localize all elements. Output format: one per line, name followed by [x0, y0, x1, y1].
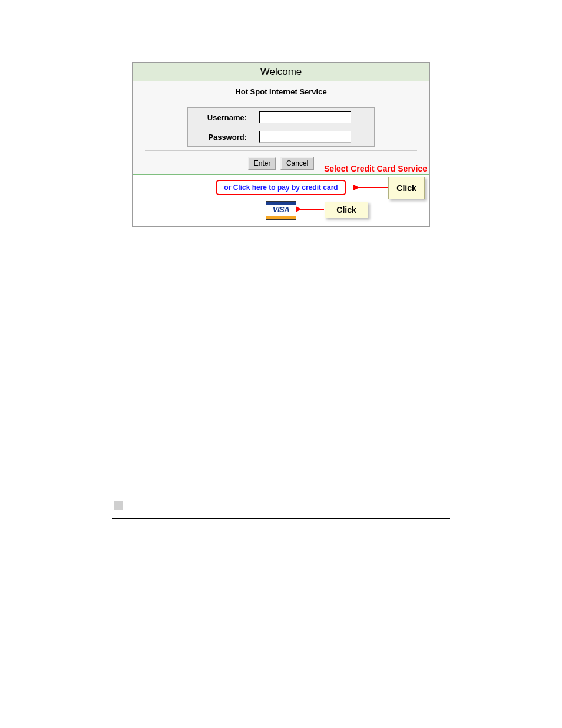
page-marker: [114, 501, 123, 510]
enter-button[interactable]: Enter: [248, 157, 277, 170]
visa-label: VISA: [266, 205, 296, 214]
page-rule: [112, 518, 450, 519]
divider: [145, 101, 417, 101]
login-panel: Welcome Hot Spot Internet Service Userna…: [132, 62, 430, 227]
pay-by-credit-card-link[interactable]: or Click here to pay by credit card: [216, 180, 346, 195]
visa-icon[interactable]: VISA: [266, 201, 296, 220]
password-input[interactable]: [259, 131, 351, 143]
password-label: Password:: [188, 127, 253, 147]
panel-title: Welcome: [133, 63, 429, 81]
panel-subtitle: Hot Spot Internet Service: [133, 81, 429, 98]
credentials-table: Username: Password:: [187, 107, 375, 147]
credit-card-section: or Click here to pay by credit card VISA: [133, 175, 429, 226]
divider: [145, 150, 417, 151]
cancel-button[interactable]: Cancel: [280, 157, 314, 170]
username-input[interactable]: [259, 111, 351, 123]
username-label: Username:: [188, 108, 253, 127]
